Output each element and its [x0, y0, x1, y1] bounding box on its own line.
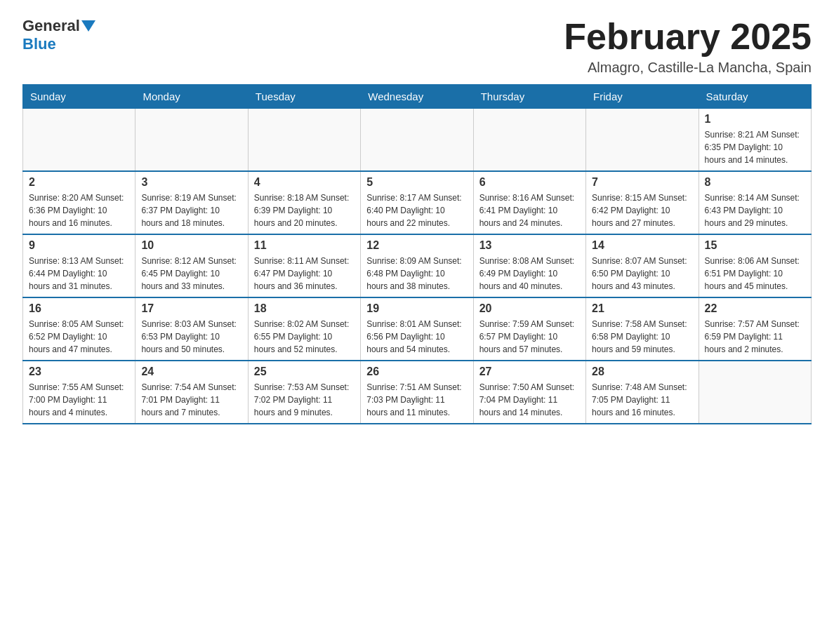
- calendar-cell: 26Sunrise: 7:51 AM Sunset: 7:03 PM Dayli…: [361, 361, 473, 424]
- day-number: 1: [705, 113, 805, 126]
- calendar-cell: [699, 361, 811, 424]
- day-number: 21: [592, 302, 692, 315]
- day-number: 9: [29, 239, 129, 252]
- day-number: 20: [479, 302, 580, 315]
- calendar-cell: 28Sunrise: 7:48 AM Sunset: 7:05 PM Dayli…: [586, 361, 699, 424]
- day-number: 25: [254, 365, 355, 378]
- day-info: Sunrise: 8:15 AM Sunset: 6:42 PM Dayligh…: [592, 192, 692, 229]
- logo-triangle-icon: [81, 20, 95, 32]
- page-header: General Blue February 2025 Almagro, Cast…: [22, 17, 812, 76]
- day-number: 3: [141, 176, 241, 189]
- day-number: 24: [141, 365, 241, 378]
- day-number: 16: [29, 302, 129, 315]
- calendar-table: SundayMondayTuesdayWednesdayThursdayFrid…: [22, 84, 812, 424]
- calendar-cell: 3Sunrise: 8:19 AM Sunset: 6:37 PM Daylig…: [135, 171, 248, 234]
- day-info: Sunrise: 8:08 AM Sunset: 6:49 PM Dayligh…: [479, 255, 580, 293]
- weekday-header-tuesday: Tuesday: [248, 85, 360, 109]
- day-info: Sunrise: 8:11 AM Sunset: 6:47 PM Dayligh…: [254, 255, 355, 293]
- calendar-cell: 10Sunrise: 8:12 AM Sunset: 6:45 PM Dayli…: [135, 234, 248, 297]
- calendar-cell: 15Sunrise: 8:06 AM Sunset: 6:51 PM Dayli…: [699, 234, 811, 297]
- day-number: 17: [141, 302, 241, 315]
- calendar-cell: 27Sunrise: 7:50 AM Sunset: 7:04 PM Dayli…: [473, 361, 585, 424]
- day-info: Sunrise: 8:09 AM Sunset: 6:48 PM Dayligh…: [366, 255, 467, 293]
- day-number: 14: [592, 239, 692, 252]
- day-number: 2: [29, 176, 129, 189]
- calendar-cell: 9Sunrise: 8:13 AM Sunset: 6:44 PM Daylig…: [23, 234, 135, 297]
- calendar-cell: 19Sunrise: 8:01 AM Sunset: 6:56 PM Dayli…: [361, 297, 473, 361]
- day-info: Sunrise: 8:07 AM Sunset: 6:50 PM Dayligh…: [592, 255, 692, 293]
- day-info: Sunrise: 8:13 AM Sunset: 6:44 PM Dayligh…: [29, 255, 129, 293]
- calendar-cell: [23, 109, 135, 172]
- day-info: Sunrise: 8:16 AM Sunset: 6:41 PM Dayligh…: [479, 192, 580, 229]
- weekday-header-thursday: Thursday: [473, 85, 585, 109]
- calendar-cell: 16Sunrise: 8:05 AM Sunset: 6:52 PM Dayli…: [23, 297, 135, 361]
- calendar-cell: 25Sunrise: 7:53 AM Sunset: 7:02 PM Dayli…: [248, 361, 360, 424]
- day-info: Sunrise: 8:14 AM Sunset: 6:43 PM Dayligh…: [705, 192, 805, 229]
- calendar-cell: [361, 109, 473, 172]
- title-block: February 2025 Almagro, Castille-La Manch…: [564, 17, 812, 76]
- day-info: Sunrise: 7:57 AM Sunset: 6:59 PM Dayligh…: [705, 318, 805, 356]
- calendar-cell: 5Sunrise: 8:17 AM Sunset: 6:40 PM Daylig…: [361, 171, 473, 234]
- day-number: 28: [592, 365, 692, 378]
- day-info: Sunrise: 7:54 AM Sunset: 7:01 PM Dayligh…: [141, 381, 241, 419]
- calendar-week-3: 9Sunrise: 8:13 AM Sunset: 6:44 PM Daylig…: [23, 234, 812, 297]
- day-info: Sunrise: 8:06 AM Sunset: 6:51 PM Dayligh…: [705, 255, 805, 293]
- calendar-cell: 22Sunrise: 7:57 AM Sunset: 6:59 PM Dayli…: [699, 297, 811, 361]
- calendar-cell: [248, 109, 360, 172]
- day-info: Sunrise: 8:20 AM Sunset: 6:36 PM Dayligh…: [29, 192, 129, 229]
- calendar-cell: [135, 109, 248, 172]
- day-number: 18: [254, 302, 355, 315]
- calendar-cell: 20Sunrise: 7:59 AM Sunset: 6:57 PM Dayli…: [473, 297, 585, 361]
- day-info: Sunrise: 8:18 AM Sunset: 6:39 PM Dayligh…: [254, 192, 355, 229]
- weekday-header-friday: Friday: [586, 85, 699, 109]
- day-number: 5: [366, 176, 467, 189]
- calendar-cell: 6Sunrise: 8:16 AM Sunset: 6:41 PM Daylig…: [473, 171, 585, 234]
- day-number: 13: [479, 239, 580, 252]
- calendar-cell: 4Sunrise: 8:18 AM Sunset: 6:39 PM Daylig…: [248, 171, 360, 234]
- day-number: 12: [366, 239, 467, 252]
- day-number: 19: [366, 302, 467, 315]
- day-number: 15: [705, 239, 805, 252]
- day-info: Sunrise: 7:58 AM Sunset: 6:58 PM Dayligh…: [592, 318, 692, 356]
- day-number: 7: [592, 176, 692, 189]
- weekday-header-sunday: Sunday: [23, 85, 135, 109]
- day-info: Sunrise: 8:03 AM Sunset: 6:53 PM Dayligh…: [141, 318, 241, 356]
- calendar-cell: 8Sunrise: 8:14 AM Sunset: 6:43 PM Daylig…: [699, 171, 811, 234]
- day-info: Sunrise: 7:51 AM Sunset: 7:03 PM Dayligh…: [366, 381, 467, 419]
- day-info: Sunrise: 8:02 AM Sunset: 6:55 PM Dayligh…: [254, 318, 355, 356]
- calendar-cell: 17Sunrise: 8:03 AM Sunset: 6:53 PM Dayli…: [135, 297, 248, 361]
- day-number: 11: [254, 239, 355, 252]
- calendar-header: SundayMondayTuesdayWednesdayThursdayFrid…: [23, 85, 812, 109]
- day-number: 4: [254, 176, 355, 189]
- calendar-cell: [586, 109, 699, 172]
- calendar-cell: 7Sunrise: 8:15 AM Sunset: 6:42 PM Daylig…: [586, 171, 699, 234]
- calendar-cell: 2Sunrise: 8:20 AM Sunset: 6:36 PM Daylig…: [23, 171, 135, 234]
- weekday-header-wednesday: Wednesday: [361, 85, 473, 109]
- calendar-cell: 14Sunrise: 8:07 AM Sunset: 6:50 PM Dayli…: [586, 234, 699, 297]
- calendar-cell: 1Sunrise: 8:21 AM Sunset: 6:35 PM Daylig…: [699, 109, 811, 172]
- day-info: Sunrise: 7:50 AM Sunset: 7:04 PM Dayligh…: [479, 381, 580, 419]
- calendar-cell: 13Sunrise: 8:08 AM Sunset: 6:49 PM Dayli…: [473, 234, 585, 297]
- day-info: Sunrise: 7:48 AM Sunset: 7:05 PM Dayligh…: [592, 381, 692, 419]
- day-number: 26: [366, 365, 467, 378]
- calendar-title: February 2025: [564, 17, 812, 57]
- calendar-subtitle: Almagro, Castille-La Mancha, Spain: [564, 60, 812, 76]
- logo-general-text: General: [22, 17, 80, 35]
- day-number: 23: [29, 365, 129, 378]
- calendar-body: 1Sunrise: 8:21 AM Sunset: 6:35 PM Daylig…: [23, 109, 812, 424]
- calendar-week-2: 2Sunrise: 8:20 AM Sunset: 6:36 PM Daylig…: [23, 171, 812, 234]
- day-info: Sunrise: 8:12 AM Sunset: 6:45 PM Dayligh…: [141, 255, 241, 293]
- day-info: Sunrise: 8:19 AM Sunset: 6:37 PM Dayligh…: [141, 192, 241, 229]
- day-info: Sunrise: 8:05 AM Sunset: 6:52 PM Dayligh…: [29, 318, 129, 356]
- day-info: Sunrise: 7:59 AM Sunset: 6:57 PM Dayligh…: [479, 318, 580, 356]
- day-info: Sunrise: 7:53 AM Sunset: 7:02 PM Dayligh…: [254, 381, 355, 419]
- calendar-cell: 11Sunrise: 8:11 AM Sunset: 6:47 PM Dayli…: [248, 234, 360, 297]
- day-info: Sunrise: 8:01 AM Sunset: 6:56 PM Dayligh…: [366, 318, 467, 356]
- day-number: 10: [141, 239, 241, 252]
- calendar-cell: 18Sunrise: 8:02 AM Sunset: 6:55 PM Dayli…: [248, 297, 360, 361]
- day-info: Sunrise: 7:55 AM Sunset: 7:00 PM Dayligh…: [29, 381, 129, 419]
- day-number: 8: [705, 176, 805, 189]
- day-info: Sunrise: 8:17 AM Sunset: 6:40 PM Dayligh…: [366, 192, 467, 229]
- calendar-week-1: 1Sunrise: 8:21 AM Sunset: 6:35 PM Daylig…: [23, 109, 812, 172]
- calendar-cell: 12Sunrise: 8:09 AM Sunset: 6:48 PM Dayli…: [361, 234, 473, 297]
